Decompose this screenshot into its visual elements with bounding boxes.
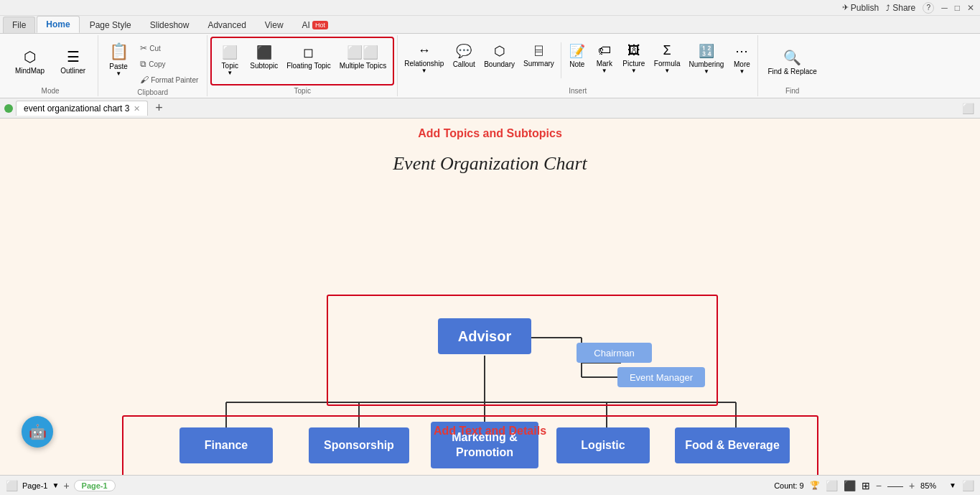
topic-button[interactable]: ⬜ Topic ▼ xyxy=(215,41,245,80)
callout-button[interactable]: 💬 Callout xyxy=(449,40,479,72)
ai-assistant-button[interactable]: 🤖 xyxy=(22,416,53,448)
find-group-label: Find xyxy=(785,87,799,95)
node-finance[interactable]: Finance xyxy=(179,427,273,463)
view-icon-2[interactable]: ⬛ xyxy=(844,480,856,491)
add-details-hint: Add Text and Details xyxy=(434,425,546,438)
find-replace-button[interactable]: 🔍 Find & Replace xyxy=(762,45,821,80)
topic-group-label: Topic xyxy=(294,87,311,95)
boundary-button[interactable]: ⬡ Boundary xyxy=(480,40,518,72)
node-event-manager[interactable]: Event Manager xyxy=(617,367,705,387)
publish-button[interactable]: ✈ Publish xyxy=(842,3,879,13)
help-button[interactable]: ? xyxy=(923,2,934,14)
node-food-beverage[interactable]: Food & Beverage xyxy=(675,427,790,463)
node-chairman[interactable]: Chairman xyxy=(577,343,652,363)
minimize-button[interactable]: ─ xyxy=(941,3,948,13)
status-bar: ⬜ Page-1 ▼ + Page-1 Count: 9 🏆 ⬜ ⬛ ⊞ − —… xyxy=(0,475,980,495)
zoom-bar: —— xyxy=(887,481,903,490)
subtopic-button[interactable]: ⬛ Subtopic xyxy=(246,41,281,73)
tab-ai[interactable]: AI Hot xyxy=(294,17,337,33)
doc-tab-close[interactable]: ✕ xyxy=(134,104,140,114)
outliner-button[interactable]: ☰ Outliner xyxy=(54,45,92,78)
canvas-area: Add Topics and Subtopics Event Organizat… xyxy=(0,119,980,475)
note-button[interactable]: 📝 Note xyxy=(564,40,590,72)
node-advisor[interactable]: Advisor xyxy=(438,318,531,354)
close-button[interactable]: ✕ xyxy=(967,3,974,13)
ribbon-clipboard-group: 📋 Paste ▼ ✂ Cut ⧉ Copy 🖌 Format Painter xyxy=(98,35,207,96)
copy-button[interactable]: ⧉ Copy xyxy=(136,57,202,71)
add-topics-hint: Add Topics and Subtopics xyxy=(418,127,562,140)
mark-button[interactable]: 🏷 Mark ▼ xyxy=(592,40,617,78)
page-pill[interactable]: Page-1 xyxy=(74,480,116,491)
picture-button[interactable]: 🖼 Picture ▼ xyxy=(619,40,649,78)
formula-button[interactable]: Σ Formula ▼ xyxy=(650,40,684,78)
clipboard-group-label: Clipboard xyxy=(137,88,168,96)
page-dropdown-button[interactable]: ▼ xyxy=(52,481,59,489)
multiple-topics-button[interactable]: ⬜⬜ Multiple Topics xyxy=(336,41,390,74)
cut-button[interactable]: ✂ Cut xyxy=(136,41,202,55)
tab-slideshow[interactable]: Slideshow xyxy=(141,17,198,33)
more-button[interactable]: ⋯ More ▼ xyxy=(729,40,755,78)
tab-view[interactable]: View xyxy=(256,17,292,33)
doc-tab[interactable]: event organizational chart 3 ✕ xyxy=(16,101,148,116)
ribbon-find-group: 🔍 Find & Replace Find xyxy=(758,35,826,96)
ai-icon: 🤖 xyxy=(29,423,47,440)
ribbon-insert-group: ↔ Relationship ▼ 💬 Callout ⬡ Boundary ⌸ … xyxy=(398,35,758,96)
count-label: Count: 9 xyxy=(774,481,804,490)
add-tab-button[interactable]: + xyxy=(151,101,167,116)
node-logistic[interactable]: Logistic xyxy=(556,427,650,463)
fullscreen-button[interactable]: ⬜ xyxy=(962,480,974,491)
fit-icon[interactable]: ⊞ xyxy=(862,480,870,491)
hot-badge: Hot xyxy=(312,21,328,29)
zoom-in-button[interactable]: + xyxy=(909,480,915,491)
floating-topic-button[interactable]: ◻ Floating Topic xyxy=(283,41,335,74)
status-layout-icon[interactable]: ⬜ xyxy=(6,480,18,491)
add-page-button[interactable]: + xyxy=(63,480,69,491)
tab-page-style[interactable]: Page Style xyxy=(81,17,140,33)
tab-file[interactable]: File xyxy=(3,17,35,33)
numbering-button[interactable]: 🔢 Numbering ▼ xyxy=(686,40,728,78)
count-icon: 🏆 xyxy=(810,481,820,490)
ribbon-topic-group: ⬜ Topic ▼ ⬛ Subtopic ◻ Floating Topic ⬜⬜… xyxy=(207,35,398,96)
maximize-canvas-button[interactable]: ⬜ xyxy=(960,101,976,116)
zoom-level: 85% xyxy=(920,481,943,490)
ribbon-mode-group: ⬡ MindMap ☰ Outliner Mode xyxy=(3,35,98,96)
paste-button[interactable]: 📋 Paste ▼ xyxy=(103,38,134,81)
page-label: Page-1 xyxy=(22,481,47,490)
maximize-button[interactable]: □ xyxy=(955,3,960,13)
tab-home[interactable]: Home xyxy=(37,16,79,33)
insert-group-label: Insert xyxy=(569,87,587,95)
relationship-button[interactable]: ↔ Relationship ▼ xyxy=(401,40,447,78)
view-icon-1[interactable]: ⬜ xyxy=(826,480,838,491)
share-button[interactable]: ⤴ Share xyxy=(886,3,915,13)
format-painter-button[interactable]: 🖌 Format Painter xyxy=(136,73,202,87)
mode-group-label: Mode xyxy=(42,87,60,95)
green-dot xyxy=(4,104,13,113)
zoom-dropdown[interactable]: ▼ xyxy=(949,481,956,489)
tab-advanced[interactable]: Advanced xyxy=(199,17,254,33)
chart-title: Event Organization Chart xyxy=(393,153,587,175)
summary-button[interactable]: ⌸ Summary xyxy=(520,40,558,71)
zoom-out-button[interactable]: − xyxy=(876,480,882,491)
mindmap-button[interactable]: ⬡ MindMap xyxy=(9,45,51,78)
node-sponsorship[interactable]: Sponsorship xyxy=(309,427,409,463)
